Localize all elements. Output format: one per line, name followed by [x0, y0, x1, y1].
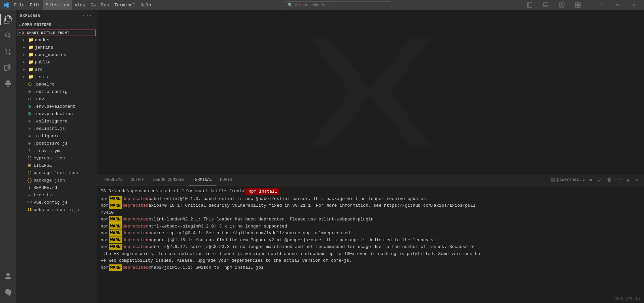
menu-help[interactable]: Help: [138, 0, 154, 10]
collapse-panel-button[interactable]: ∧: [624, 176, 632, 184]
sidebar-header: EXPLORER ···: [16, 10, 97, 21]
folder-icon: 📁: [28, 45, 34, 50]
folder-jenkins[interactable]: ▶ 📁 jenkins: [16, 44, 97, 51]
menu-go[interactable]: Go: [88, 0, 99, 10]
folder-src[interactable]: ▶ 📁 src: [16, 66, 97, 73]
folder-public[interactable]: ▶ 📁 public: [16, 58, 97, 66]
webstorm-icon: JS: [27, 208, 32, 212]
svg-rect-1: [527, 3, 529, 7]
folder-docker[interactable]: ▶ 📁 docker: [16, 36, 97, 44]
file-babelrc[interactable]: ⬡ .babelrc: [16, 81, 97, 88]
env-prod-icon: $: [27, 111, 32, 116]
file-env-prod-label: .env.production: [34, 111, 73, 116]
warn-badge-1: WARN: [109, 202, 121, 209]
svg-rect-6: [576, 3, 578, 5]
chevron-right-icon: ▶: [23, 53, 27, 57]
tab-problems[interactable]: PROBLEMS: [99, 174, 127, 186]
activity-run-debug[interactable]: [0, 60, 16, 76]
file-env-dev-label: .env.development: [34, 104, 75, 109]
terminal-line-6b: the V8 engine whims, feature detection i…: [101, 251, 640, 257]
svg-rect-3: [543, 6, 548, 7]
restore-button[interactable]: ◻: [610, 0, 625, 10]
editorconfig-icon: ⚙: [27, 89, 32, 94]
layout-btn-3[interactable]: [554, 0, 570, 10]
file-readme[interactable]: ℹ README.md: [16, 184, 97, 191]
file-vue-config[interactable]: JS vue.config.js: [16, 199, 97, 206]
more-actions-button[interactable]: ···: [614, 176, 623, 184]
menu-selection[interactable]: Selection: [43, 0, 72, 10]
project-section: ▼ X-SMART-KETTLE-FRONT ▶ 📁 docker ▶ 📁 je…: [16, 29, 97, 214]
file-eslintrc[interactable]: ● .eslintrc.js: [16, 125, 97, 132]
file-eslintrc-label: .eslintrc.js: [34, 126, 65, 131]
project-header[interactable]: ▼ X-SMART-KETTLE-FRONT: [17, 30, 95, 36]
tab-debug-console[interactable]: DEBUG CONSOLE: [149, 174, 189, 186]
vscode-logo: [3, 1, 10, 9]
file-tree[interactable]: ≡ tree.txt: [16, 191, 97, 199]
editor-area: PROBLEMS OUTPUT DEBUG CONSOLE TERMINAL P…: [97, 10, 644, 303]
tab-output[interactable]: OUTPUT: [127, 174, 149, 186]
file-readme-label: README.md: [34, 185, 57, 190]
folder-tests[interactable]: ▶ 📁 tests: [16, 73, 97, 81]
file-package[interactable]: {} package.json: [16, 176, 97, 184]
terminal-line-7: npm WARN deprecated @hapi/joi@15.1.1: Sw…: [101, 264, 640, 271]
menu-view[interactable]: View: [72, 0, 88, 10]
activity-settings[interactable]: [0, 284, 16, 300]
menu-edit[interactable]: Edit: [27, 0, 43, 10]
file-license[interactable]: ▣ LICENSE: [16, 162, 97, 169]
folder-node-modules[interactable]: ▶ 📁 node_modules: [16, 51, 97, 58]
sidebar-more-options[interactable]: ···: [82, 13, 93, 19]
close-button[interactable]: ✕: [626, 0, 641, 10]
svg-rect-2: [543, 3, 548, 6]
kill-terminal-button[interactable]: 🗑: [605, 176, 613, 184]
tab-ports[interactable]: PORTS: [216, 174, 236, 186]
activity-explorer[interactable]: [0, 11, 16, 28]
terminal-line-4: npm WARN deprecated source-map-url@0.4.1…: [101, 230, 640, 237]
menu-file[interactable]: File: [11, 0, 27, 10]
warn-badge-5: WARN: [109, 237, 121, 244]
file-babelrc-label: .babelrc: [34, 82, 54, 87]
chevron-right-icon: ▶: [23, 45, 27, 49]
chevron-down-icon: ∨: [583, 178, 585, 183]
tab-terminal[interactable]: TERMINAL: [189, 174, 216, 186]
chevron-right-icon: ▶: [23, 38, 27, 42]
warn-badge-6: WARN: [109, 244, 121, 250]
file-editorconfig[interactable]: ⚙ .editorconfig: [16, 88, 97, 95]
layout-btn-4[interactable]: [570, 0, 586, 10]
activity-bottom: [0, 268, 16, 300]
file-env-prod[interactable]: $ .env.production: [16, 110, 97, 117]
layout-btn-2[interactable]: [538, 0, 553, 10]
minimize-button[interactable]: ─: [594, 0, 609, 10]
search-input[interactable]: [295, 3, 382, 7]
activity-accounts[interactable]: [0, 268, 16, 284]
warn-badge-2: WARN: [109, 216, 121, 223]
babel-icon: ⬡: [27, 82, 32, 87]
file-webstorm-config-label: webstorm.config.js: [34, 207, 80, 212]
close-panel-button[interactable]: ✕: [633, 176, 641, 184]
file-package-lock[interactable]: {} package-lock.json: [16, 169, 97, 176]
activity-source-control[interactable]: [0, 44, 16, 60]
layout-btn-1[interactable]: [522, 0, 537, 10]
file-env-dev[interactable]: $ .env.development: [16, 103, 97, 110]
menu-run[interactable]: Run: [98, 0, 111, 10]
file-package-lock-label: package-lock.json: [34, 170, 78, 175]
file-postcss[interactable]: ◈ .postcssrc.js: [16, 140, 97, 147]
sidebar: EXPLORER ··· ▶ OPEN EDITORS ▼ X-SMART-KE…: [16, 10, 97, 303]
file-webstorm-config[interactable]: JS webstorm.config.js: [16, 206, 97, 213]
vue-icon: JS: [27, 200, 32, 204]
file-travis[interactable]: ! .travis.yml: [16, 147, 97, 154]
sidebar-title: EXPLORER: [20, 14, 40, 18]
file-env[interactable]: ⚙ .env: [16, 95, 97, 103]
file-eslintignore[interactable]: ● .eslintignore: [16, 117, 97, 125]
file-cypress[interactable]: {} cypress.json: [16, 154, 97, 162]
open-editors-header[interactable]: ▶ OPEN EDITORS: [16, 22, 97, 28]
menu-terminal[interactable]: Terminal: [112, 0, 138, 10]
split-terminal-button[interactable]: ⊞: [586, 176, 594, 184]
search-box[interactable]: 🔍: [284, 1, 391, 9]
file-eslintignore-label: .eslintignore: [34, 119, 67, 124]
terminal-content[interactable]: PS D:\code\opensource\smartkettle\x-smar…: [97, 186, 644, 303]
warn-badge-4: WARN: [109, 230, 121, 237]
activity-search[interactable]: [0, 28, 16, 44]
maximize-terminal-button[interactable]: ⤢: [596, 176, 604, 184]
file-gitignore[interactable]: ◈ .gitignore: [16, 132, 97, 140]
activity-extensions[interactable]: [0, 76, 16, 92]
